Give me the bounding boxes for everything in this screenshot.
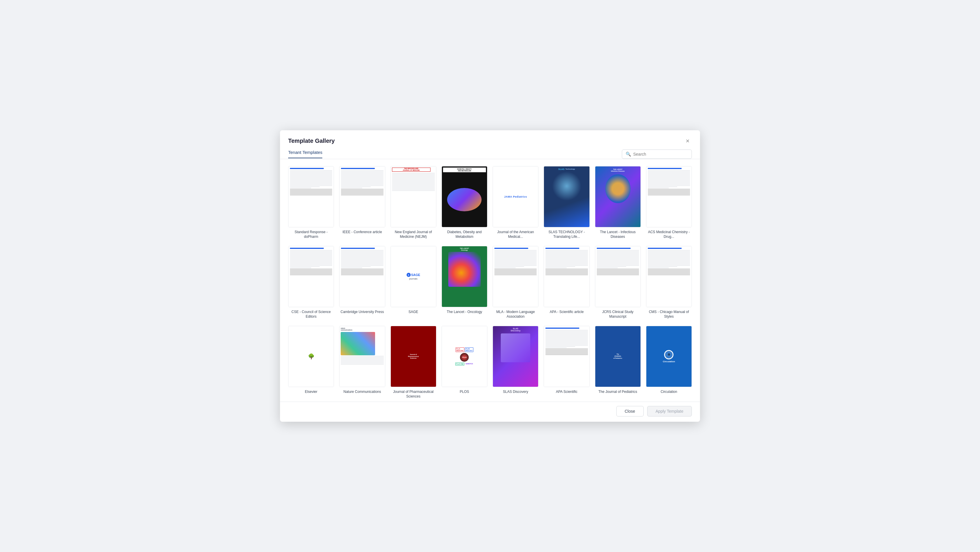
- tabs-row: Tenant Templates 🔍: [280, 146, 700, 159]
- template-label-lancet-onco: The Lancet - Oncology: [447, 309, 482, 314]
- template-label-cms: CMS - Chicago Manual of Styles: [646, 309, 692, 319]
- template-label-journal-pediatrics: The Journal of Pediatrics: [598, 389, 637, 394]
- template-thumb-pharm: Journal ofPharmaceuticalSciences: [391, 326, 436, 387]
- template-thumb-ieee-conference: [339, 166, 385, 227]
- template-thumb-lancet-onco: THE LANCETOncology: [442, 246, 487, 307]
- template-label-plos: PLOS: [460, 389, 469, 394]
- template-item-apa2[interactable]: APA Scientific: [544, 326, 589, 399]
- template-item-diabetes-obesity[interactable]: DIABETES, OBESITYAND METABOLISM Diabetes…: [442, 166, 487, 239]
- template-label-ieee-conference: IEEE - Conference article: [342, 230, 382, 234]
- template-label-circulation: Circulation: [661, 389, 677, 394]
- template-item-circulation[interactable]: ♻ Circulation Circulation: [646, 326, 692, 399]
- search-icon: 🔍: [625, 152, 631, 157]
- template-item-jama-pediatrics[interactable]: JAMA Pediatrics Journal of the American …: [493, 166, 538, 239]
- template-thumb-sage: S SAGE journals: [391, 246, 436, 307]
- template-label-standard-response: Standard Response - doPharm: [288, 230, 334, 239]
- template-label-apa: APA - Scientific article: [550, 309, 584, 314]
- template-item-cambridge[interactable]: Cambridge University Press: [339, 246, 385, 319]
- template-item-journal-pediatrics[interactable]: TheJOURNALof Pediatrics The Journal of P…: [595, 326, 641, 399]
- template-item-lancet-onco[interactable]: THE LANCETOncology The Lancet - Oncology: [442, 246, 487, 319]
- template-item-slas-technology[interactable]: SLAS Technology SLAS TECHNOLOGY - Transl…: [544, 166, 589, 239]
- templates-grid: Standard Response - doPharm IEEE - Confe…: [288, 166, 692, 399]
- template-thumb-journal-pediatrics: TheJOURNALof Pediatrics: [595, 326, 641, 387]
- template-label-cse: CSE - Council of Science Editors: [288, 309, 334, 319]
- template-thumb-mla: [493, 246, 538, 307]
- template-item-jcrs[interactable]: JCRS Clinical Study Manuscript: [595, 246, 641, 319]
- template-label-nature-comm: Nature Communications: [344, 389, 381, 394]
- template-item-lancet-id[interactable]: THE LANCETInfectious Diseases The Lancet…: [595, 166, 641, 239]
- template-item-apa[interactable]: APA - Scientific article: [544, 246, 589, 319]
- template-label-jama-pediatrics: Journal of the American Medical...: [493, 230, 538, 239]
- template-label-acs-medicinal: ACS Medicinal Chemistry - Drug...: [646, 230, 692, 239]
- template-thumb-lancet-id: THE LANCETInfectious Diseases: [595, 166, 641, 227]
- template-thumb-nature-comm: naturecommunications: [339, 326, 385, 387]
- template-thumb-standard-response: [288, 166, 334, 227]
- modal-header: Template Gallery ×: [280, 130, 700, 146]
- template-label-nejm: New England Journal of Medicine (NEJM): [391, 230, 436, 239]
- template-thumb-diabetes-obesity: DIABETES, OBESITYAND METABOLISM: [442, 166, 487, 227]
- template-label-slas-discovery: SLAS Discovery: [503, 389, 528, 394]
- modal-title: Template Gallery: [288, 138, 335, 144]
- template-thumb-apa2: [544, 326, 589, 387]
- template-item-cms[interactable]: CMS - Chicago Manual of Styles: [646, 246, 692, 319]
- template-item-nature-comm[interactable]: naturecommunications Nature Communicatio…: [339, 326, 385, 399]
- template-thumb-elsevier: 🌳: [288, 326, 334, 387]
- modal-footer: Close Apply Template: [280, 401, 700, 422]
- template-thumb-nejm: THE NEW ENGLANDJOURNAL OF MEDICINE: [391, 166, 436, 227]
- template-item-sage[interactable]: S SAGE journals SAGE: [391, 246, 436, 319]
- template-label-cambridge: Cambridge University Press: [340, 309, 384, 314]
- template-item-ieee-conference[interactable]: IEEE - Conference article: [339, 166, 385, 239]
- template-thumb-plos: PLoSMEDICINE PLOSBIOLOGY PLoS PLoS ONE G…: [442, 326, 487, 387]
- template-label-jcrs: JCRS Clinical Study Manuscript: [595, 309, 641, 319]
- template-item-pharm[interactable]: Journal ofPharmaceuticalSciences Journal…: [391, 326, 436, 399]
- template-item-elsevier[interactable]: 🌳 Elsevier: [288, 326, 334, 399]
- search-box: 🔍: [622, 149, 692, 159]
- close-icon-button[interactable]: ×: [683, 137, 692, 146]
- template-label-elsevier: Elsevier: [305, 389, 317, 394]
- template-thumb-apa: [544, 246, 589, 307]
- template-thumb-cms: [646, 246, 692, 307]
- template-thumb-cambridge: [339, 246, 385, 307]
- apply-template-button[interactable]: Apply Template: [647, 406, 692, 417]
- template-item-acs-medicinal[interactable]: ACS Medicinal Chemistry - Drug...: [646, 166, 692, 239]
- tab-tenant-templates[interactable]: Tenant Templates: [288, 150, 322, 158]
- template-item-slas-discovery[interactable]: SLASDiscovery SLAS Discovery: [493, 326, 538, 399]
- template-item-plos[interactable]: PLoSMEDICINE PLOSBIOLOGY PLoS PLoS ONE G…: [442, 326, 487, 399]
- template-label-mla: MLA - Modern Language Association: [493, 309, 538, 319]
- template-label-slas-technology: SLAS TECHNOLOGY - Translating Life...: [544, 230, 589, 239]
- template-thumb-slas-technology: SLAS Technology: [544, 166, 589, 227]
- template-item-standard-response[interactable]: Standard Response - doPharm: [288, 166, 334, 239]
- template-item-mla[interactable]: MLA - Modern Language Association: [493, 246, 538, 319]
- template-item-nejm[interactable]: THE NEW ENGLANDJOURNAL OF MEDICINE New E…: [391, 166, 436, 239]
- template-thumb-jcrs: [595, 246, 641, 307]
- template-label-pharm: Journal of Pharmaceutical Sciences: [391, 389, 436, 399]
- template-thumb-jama-pediatrics: JAMA Pediatrics: [493, 166, 538, 227]
- template-thumb-circulation: ♻ Circulation: [646, 326, 692, 387]
- template-gallery-modal: Template Gallery × Tenant Templates 🔍 St…: [280, 130, 700, 422]
- template-label-diabetes-obesity: Diabetes, Obesity and Metabolism: [442, 230, 487, 239]
- template-thumb-acs-medicinal: [646, 166, 692, 227]
- template-label-apa2: APA Scientific: [556, 389, 578, 394]
- search-input[interactable]: [633, 152, 688, 157]
- template-thumb-slas-discovery: SLASDiscovery: [493, 326, 538, 387]
- template-label-sage: SAGE: [408, 309, 418, 314]
- template-thumb-cse: [288, 246, 334, 307]
- close-button[interactable]: Close: [616, 406, 644, 417]
- gallery-content: Standard Response - doPharm IEEE - Confe…: [280, 159, 700, 401]
- template-item-cse[interactable]: CSE - Council of Science Editors: [288, 246, 334, 319]
- template-label-lancet-id: The Lancet - Infectious Diseases: [595, 230, 641, 239]
